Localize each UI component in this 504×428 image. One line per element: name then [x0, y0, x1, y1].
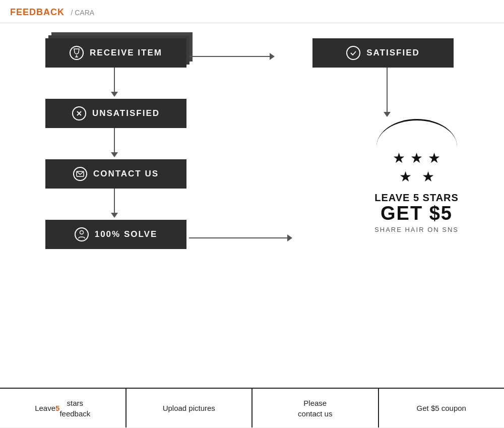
step-leave-feedback: Leave 5 starsfeedback [0, 389, 127, 427]
bottom-steps-bar: Leave 5 starsfeedback Upload pictures Pl… [0, 388, 504, 428]
diagram-area: RECEIVE ITEM SATISFIED [15, 38, 469, 336]
leave-5-stars-text: LEAVE 5 STARS [374, 192, 459, 204]
unsatisfied-label: UNSATISFIED [92, 108, 160, 118]
page-subtitle: / CARA [71, 9, 94, 17]
get-5-dollars-text: GET $5 [381, 204, 453, 223]
share-hair-text: SHARE HAIR ON SNS [374, 226, 459, 233]
star-1: ★ [393, 150, 405, 166]
envelope-icon [73, 167, 87, 181]
arc-decoration [376, 119, 457, 147]
solve-label: 100% SOLVE [95, 229, 158, 239]
solve-box: 100% SOLVE [45, 220, 186, 249]
reward-section: ★ ★ ★ ★ ★ LEAVE 5 STARS GET $5 SHARE HAI… [374, 119, 459, 233]
satisfied-box: SATISFIED [312, 38, 454, 68]
x-icon [72, 106, 86, 120]
arrow-satisfied-to-reward [384, 68, 391, 117]
step-get-coupon: Get $5 coupon [379, 389, 505, 427]
contact-us-label: CONTACT US [93, 169, 159, 179]
arrow-unsatisfied-to-contact [111, 128, 118, 157]
step-contact-us: Pleasecontact us [253, 389, 379, 427]
satisfied-label: SATISFIED [366, 48, 420, 58]
check-icon [346, 46, 360, 60]
page-title: FEEDBACK [10, 7, 65, 17]
arrow-receive-to-satisfied [189, 53, 275, 60]
step-upload-pictures: Upload pictures [127, 389, 253, 427]
receive-item-box: RECEIVE ITEM [45, 38, 186, 68]
stars-top-row: ★ ★ ★ [393, 150, 440, 166]
contact-us-box: CONTACT US [45, 159, 186, 189]
arrow-contact-to-solve [111, 189, 118, 218]
person-icon [75, 227, 89, 241]
arrow-solve-to-reward [189, 234, 292, 241]
star-5: ★ [422, 168, 434, 185]
page-header: FEEDBACK / CARA [0, 0, 504, 23]
arrow-receive-to-unsatisfied [111, 68, 118, 97]
star-3: ★ [428, 150, 440, 166]
step-highlight-5: 5 [55, 403, 59, 413]
star-4: ★ [399, 168, 412, 185]
goblet-icon [70, 46, 84, 60]
star-2: ★ [410, 150, 423, 166]
unsatisfied-box: UNSATISFIED [45, 99, 186, 128]
receive-item-label: RECEIVE ITEM [90, 48, 162, 58]
svg-point-5 [80, 231, 83, 234]
stars-bottom-row: ★ ★ [399, 168, 434, 185]
